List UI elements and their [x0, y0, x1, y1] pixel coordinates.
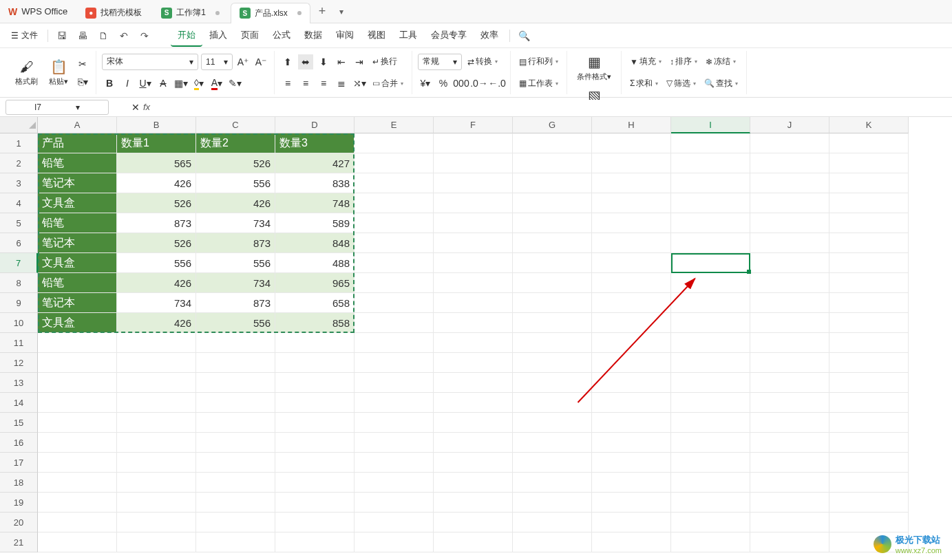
indent-dec-icon[interactable]: ⇤ — [334, 54, 349, 69]
cell-A17[interactable] — [38, 453, 117, 473]
row-header-15[interactable]: 15 — [0, 413, 38, 433]
cell-J13[interactable] — [750, 373, 829, 393]
cell-E18[interactable] — [355, 473, 434, 493]
row-header-19[interactable]: 19 — [0, 493, 38, 513]
cell-B10[interactable]: 426 — [117, 313, 196, 333]
menu-公式[interactable]: 公式 — [266, 25, 297, 47]
formula-input[interactable] — [156, 100, 946, 115]
cell-C18[interactable] — [196, 473, 275, 493]
cell-H19[interactable] — [592, 493, 671, 513]
cell-E12[interactable] — [355, 353, 434, 373]
cell-K8[interactable] — [829, 273, 909, 293]
cell-B19[interactable] — [117, 493, 196, 513]
cell-E19[interactable] — [355, 493, 434, 513]
cell-C14[interactable] — [196, 393, 275, 413]
italic-icon[interactable]: I — [120, 76, 135, 91]
convert-button[interactable]: ⇄ 转换▾ — [465, 54, 500, 69]
row-header-16[interactable]: 16 — [0, 433, 38, 453]
cell-H14[interactable] — [592, 393, 671, 413]
col-header-G[interactable]: G — [513, 117, 592, 133]
dec-decrease-icon[interactable]: ←.0 — [489, 76, 505, 91]
cell-A9[interactable]: 笔记本 — [38, 293, 117, 313]
cell-F14[interactable] — [434, 393, 513, 413]
cell-K4[interactable] — [829, 193, 909, 213]
cell-G9[interactable] — [513, 293, 592, 313]
cell-I5[interactable] — [671, 213, 750, 233]
cell-K10[interactable] — [829, 313, 909, 333]
cell-G8[interactable] — [513, 273, 592, 293]
cell-C17[interactable] — [196, 453, 275, 473]
cell-J17[interactable] — [750, 453, 829, 473]
increase-font-icon[interactable]: A⁺ — [235, 54, 251, 69]
search-icon[interactable]: 🔍 — [514, 26, 533, 45]
cell-E9[interactable] — [355, 293, 434, 313]
cell-B15[interactable] — [117, 413, 196, 433]
row-header-14[interactable]: 14 — [0, 393, 38, 413]
cell-E7[interactable] — [355, 253, 434, 273]
decrease-font-icon[interactable]: A⁻ — [253, 54, 268, 69]
sum-button[interactable]: Σ求和▾ — [627, 76, 661, 91]
cell-D19[interactable] — [275, 493, 355, 513]
cell-K6[interactable] — [829, 233, 909, 253]
cell-B20[interactable] — [117, 513, 196, 532]
cell-J21[interactable] — [750, 532, 829, 552]
rowcol-button[interactable]: ▤ 行和列▾ — [516, 54, 561, 69]
cell-H8[interactable] — [592, 273, 671, 293]
cell-A13[interactable] — [38, 373, 117, 393]
cell-D6[interactable]: 848 — [275, 233, 355, 253]
cell-F16[interactable] — [434, 433, 513, 453]
cell-H1[interactable] — [592, 133, 671, 153]
cell-D2[interactable]: 427 — [275, 153, 355, 173]
col-header-B[interactable]: B — [117, 117, 196, 133]
cell-J3[interactable] — [750, 173, 829, 193]
cell-A18[interactable] — [38, 473, 117, 493]
cell-F21[interactable] — [434, 532, 513, 552]
cell-J6[interactable] — [750, 233, 829, 253]
cell-A1[interactable]: 产品 — [38, 133, 117, 153]
cell-B9[interactable]: 734 — [117, 293, 196, 313]
cell-I14[interactable] — [671, 393, 750, 413]
cell-C13[interactable] — [196, 373, 275, 393]
cell-K1[interactable] — [829, 133, 909, 153]
cell-A8[interactable]: 铅笔 — [38, 273, 117, 293]
cell-E21[interactable] — [355, 532, 434, 552]
cell-E4[interactable] — [355, 193, 434, 213]
row-header-21[interactable]: 21 — [0, 532, 38, 552]
cell-K9[interactable] — [829, 293, 909, 313]
tab-product-xlsx[interactable]: S 产品.xlsx — [231, 3, 310, 23]
freeze-button[interactable]: ❄冻结▾ — [703, 54, 739, 69]
cell-H9[interactable] — [592, 293, 671, 313]
cell-I2[interactable] — [671, 153, 750, 173]
cell-E15[interactable] — [355, 413, 434, 433]
menu-数据[interactable]: 数据 — [297, 25, 329, 47]
cell-J14[interactable] — [750, 393, 829, 413]
cell-J5[interactable] — [750, 213, 829, 233]
cell-F8[interactable] — [434, 273, 513, 293]
cell-D16[interactable] — [275, 433, 355, 453]
cell-D5[interactable]: 589 — [275, 213, 355, 233]
cell-A15[interactable] — [38, 413, 117, 433]
cell-D11[interactable] — [275, 333, 355, 353]
col-header-H[interactable]: H — [592, 117, 671, 133]
cell-G15[interactable] — [513, 413, 592, 433]
cell-D12[interactable] — [275, 353, 355, 373]
cell-G7[interactable] — [513, 253, 592, 273]
cell-J1[interactable] — [750, 133, 829, 153]
cell-A7[interactable]: 文具盒 — [38, 253, 117, 273]
justify-icon[interactable]: ≣ — [334, 76, 349, 91]
cell-F10[interactable] — [434, 313, 513, 333]
cell-G13[interactable] — [513, 373, 592, 393]
cell-F2[interactable] — [434, 153, 513, 173]
cell-I4[interactable] — [671, 193, 750, 213]
col-header-D[interactable]: D — [275, 117, 355, 133]
cell-A6[interactable]: 笔记本 — [38, 233, 117, 253]
menu-开始[interactable]: 开始 — [171, 25, 202, 47]
cell-C12[interactable] — [196, 353, 275, 373]
file-menu[interactable]: ☰ 文件 — [6, 30, 43, 41]
cell-I3[interactable] — [671, 173, 750, 193]
cell-D4[interactable]: 748 — [275, 193, 355, 213]
cell-H10[interactable] — [592, 313, 671, 333]
cell-G21[interactable] — [513, 532, 592, 552]
cell-E2[interactable] — [355, 153, 434, 173]
cell-E13[interactable] — [355, 373, 434, 393]
